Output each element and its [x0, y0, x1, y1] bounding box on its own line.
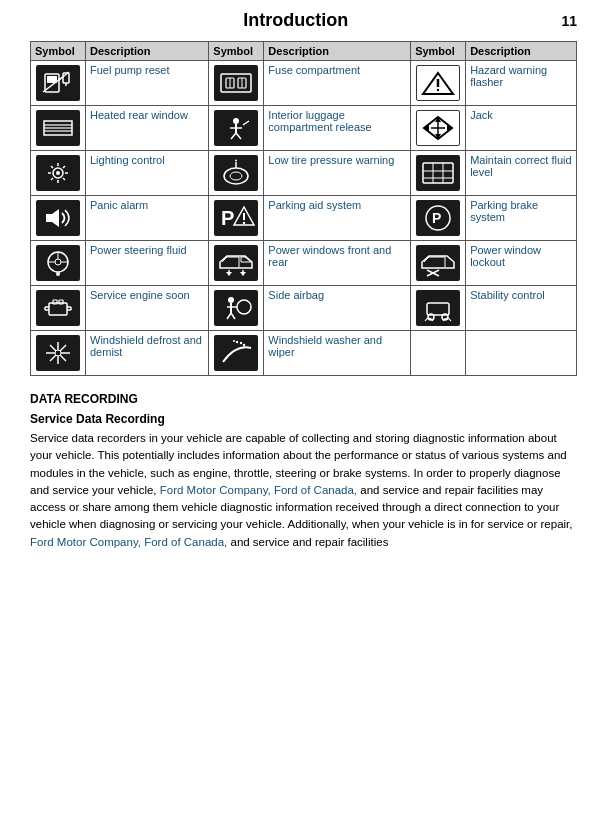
heated-rear-desc: Heated rear window	[86, 106, 209, 151]
symbol-cell	[209, 151, 264, 196]
symbol-cell	[31, 61, 86, 106]
svg-point-109	[55, 350, 61, 356]
symbol-cell	[411, 286, 466, 331]
symbol-cell	[209, 331, 264, 376]
svg-text:P: P	[432, 210, 441, 226]
subsection-title: Service Data Recording	[30, 412, 577, 426]
stability-icon	[416, 290, 460, 326]
table-row: Fuel pump reset Fuse compartment	[31, 61, 577, 106]
col-header-symbol1: Symbol	[31, 42, 86, 61]
side-airbag-icon	[214, 290, 258, 326]
table-row: Panic alarm P Parking aid system	[31, 196, 577, 241]
svg-point-73	[56, 272, 60, 276]
windshield-washer-svg	[217, 338, 255, 368]
symbol-table: Symbol Description Symbol Description Sy…	[30, 41, 577, 376]
power-steering-desc: Power steering fluid	[86, 241, 209, 286]
page-number: 11	[561, 13, 577, 29]
lighting-desc: Lighting control	[86, 151, 209, 196]
fuel-pump-reset-icon	[36, 65, 80, 101]
lighting-svg	[39, 158, 77, 188]
svg-point-112	[240, 342, 242, 344]
heated-rear-icon	[36, 110, 80, 146]
maintain-fluid-icon	[416, 155, 460, 191]
fuel-pump-reset-svg	[39, 68, 77, 98]
table-row: Service engine soon	[31, 286, 577, 331]
symbol-cell	[411, 151, 466, 196]
table-row: Power steering fluid	[31, 241, 577, 286]
table-row: Windshield defrost and demist Windsh	[31, 331, 577, 376]
section-title: DATA RECORDING	[30, 392, 577, 406]
parking-brake-desc: Parking brake system	[466, 196, 577, 241]
svg-point-113	[243, 344, 245, 346]
symbol-cell	[31, 106, 86, 151]
svg-point-22	[233, 118, 239, 124]
svg-point-111	[236, 341, 238, 343]
power-steering-icon	[36, 245, 80, 281]
symbol-cell	[31, 196, 86, 241]
service-engine-icon	[36, 290, 80, 326]
symbol-cell	[209, 106, 264, 151]
service-engine-desc: Service engine soon	[86, 286, 209, 331]
low-tire-icon	[214, 155, 258, 191]
power-windows-svg	[217, 248, 255, 278]
empty-desc	[466, 331, 577, 376]
symbol-cell	[31, 286, 86, 331]
windshield-defrost-icon	[36, 335, 80, 371]
link-ford1: Ford Motor Company, Ford of Canada,	[160, 484, 357, 496]
fuel-pump-reset-desc: Fuel pump reset	[86, 61, 209, 106]
windshield-washer-desc: Windshield washer and wiper	[264, 331, 411, 376]
parking-aid-icon: P	[214, 200, 258, 236]
panic-alarm-icon	[36, 200, 80, 236]
lighting-icon	[36, 155, 80, 191]
symbol-cell	[31, 151, 86, 196]
body-text: Service data recorders in your vehicle a…	[30, 430, 577, 551]
stability-desc: Stability control	[466, 286, 577, 331]
symbol-cell: P	[209, 196, 264, 241]
fuse-compartment-icon	[214, 65, 258, 101]
page-header: Introduction 11	[30, 10, 577, 31]
power-windows-icon	[214, 245, 258, 281]
symbol-cell: P	[411, 196, 466, 241]
col-header-desc3: Description	[466, 42, 577, 61]
symbol-cell	[411, 61, 466, 106]
power-windows-desc: Power windows front and rear	[264, 241, 411, 286]
svg-point-50	[235, 160, 237, 162]
symbol-cell	[31, 331, 86, 376]
parking-aid-desc: Parking aid system	[264, 196, 411, 241]
svg-rect-74	[217, 248, 255, 278]
windshield-defrost-desc: Windshield defrost and demist	[86, 331, 209, 376]
page-title: Introduction	[30, 10, 561, 31]
table-row: Lighting control Low tire pressure warni…	[31, 151, 577, 196]
interior-luggage-icon	[214, 110, 258, 146]
panic-alarm-desc: Panic alarm	[86, 196, 209, 241]
power-window-lockout-svg	[419, 248, 457, 278]
svg-point-114	[233, 340, 235, 342]
parking-brake-icon: P	[416, 200, 460, 236]
interior-luggage-desc: Interior luggage compartment release	[264, 106, 411, 151]
windshield-defrost-svg	[39, 338, 77, 368]
symbol-cell	[411, 106, 466, 151]
hazard-flasher-icon	[416, 65, 460, 101]
col-header-symbol3: Symbol	[411, 42, 466, 61]
power-window-lockout-icon	[416, 245, 460, 281]
col-header-desc1: Description	[86, 42, 209, 61]
fuse-compartment-desc: Fuse compartment	[264, 61, 411, 106]
svg-point-63	[243, 222, 245, 224]
svg-point-37	[56, 171, 60, 175]
svg-text:P: P	[221, 207, 234, 229]
interior-luggage-svg	[217, 113, 255, 143]
symbol-cell	[209, 286, 264, 331]
service-engine-svg	[39, 293, 77, 323]
power-steering-svg	[39, 248, 77, 278]
svg-rect-79	[419, 248, 457, 278]
maintain-fluid-desc: Maintain correct fluid level	[466, 151, 577, 196]
side-airbag-desc: Side airbag	[264, 286, 411, 331]
table-row: Heated rear window Inte	[31, 106, 577, 151]
jack-desc: Jack	[466, 106, 577, 151]
maintain-fluid-svg	[419, 158, 457, 188]
windshield-washer-icon	[214, 335, 258, 371]
heated-rear-svg	[39, 113, 77, 143]
symbol-cell	[411, 241, 466, 286]
col-header-symbol2: Symbol	[209, 42, 264, 61]
col-header-desc2: Description	[264, 42, 411, 61]
